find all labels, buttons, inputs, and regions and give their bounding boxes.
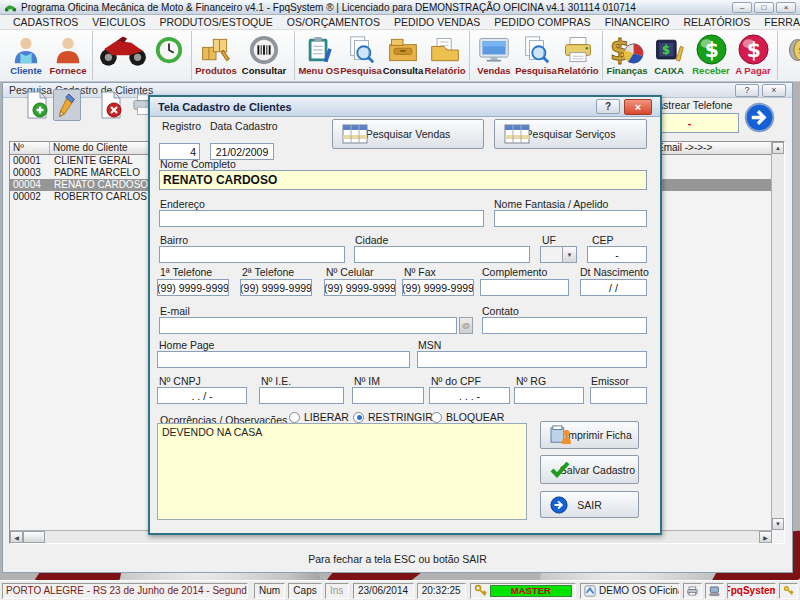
status-network-segment[interactable] xyxy=(705,583,724,599)
fax-field[interactable]: (99) 9999-9999 xyxy=(402,279,474,296)
close-button[interactable]: × xyxy=(776,2,796,13)
close-window-button[interactable]: × xyxy=(762,84,786,97)
scrollbar-thumb[interactable] xyxy=(23,531,45,543)
tel2-field[interactable]: (99) 9999-9999 xyxy=(240,279,312,296)
add-client-button[interactable] xyxy=(23,89,51,121)
menu-financeiro[interactable]: FINANCEIRO xyxy=(598,16,677,28)
uf-dropdown[interactable]: ▼ xyxy=(540,246,577,263)
toolbar-agenda-button[interactable] xyxy=(150,31,188,66)
add-record-icon xyxy=(25,91,49,119)
radio-circle-icon[interactable] xyxy=(431,412,442,423)
menu-pedido-compras[interactable]: PEDIDO COMPRAS xyxy=(487,16,597,28)
toolbar-menu-os-button[interactable]: Menu OS xyxy=(298,31,340,76)
radio-liberar[interactable]: LIBERAR xyxy=(289,411,349,423)
cidade-field[interactable] xyxy=(354,246,530,263)
cep-field[interactable]: - xyxy=(587,246,647,263)
im-field[interactable] xyxy=(352,387,424,404)
rg-field[interactable] xyxy=(514,387,584,404)
radio-circle-icon[interactable] xyxy=(289,412,300,423)
pesquisar-vendas-button[interactable]: Pesquisar Vendas xyxy=(332,119,484,149)
toolbar-caixa-button[interactable]: $ CAIXA xyxy=(648,31,690,76)
barcode-icon xyxy=(249,33,279,66)
sair-button[interactable]: SAIR xyxy=(540,491,639,518)
toolbar-consulta-button[interactable]: Consulta xyxy=(382,31,424,76)
observacoes-textarea[interactable]: DEVENDO NA CASA xyxy=(157,423,527,520)
bairro-field[interactable] xyxy=(159,246,345,263)
imprimir-ficha-button[interactable]: Imprimir Ficha xyxy=(540,421,639,449)
menu-produtos-estoque[interactable]: PRODUTOS/ESTOQUE xyxy=(152,16,279,28)
radio-bloquear[interactable]: BLOQUEAR xyxy=(431,411,504,423)
menu-pedido-vendas[interactable]: PEDIDO VENDAS xyxy=(387,16,487,28)
emissor-field[interactable] xyxy=(590,387,647,404)
toolbar-cliente-button[interactable]: Cliente xyxy=(5,31,47,76)
toolbar-vendas-button[interactable]: Vendas xyxy=(473,31,515,76)
radio-circle-selected-icon[interactable] xyxy=(353,412,364,423)
toolbar-relatorio-os-label: Relatório xyxy=(424,66,465,76)
celular-field[interactable]: (99) 9999-9999 xyxy=(324,279,396,296)
tel1-field[interactable]: (99) 9999-9999 xyxy=(157,279,229,296)
scroll-down-arrow[interactable]: ▼ xyxy=(772,518,784,530)
minimize-button[interactable]: – xyxy=(732,2,752,13)
contato-field[interactable] xyxy=(482,317,647,334)
client-name: PADRE MARCELO xyxy=(54,167,140,179)
endereco-field[interactable] xyxy=(159,210,484,227)
toolbar-receber-button[interactable]: $ Receber xyxy=(690,31,732,76)
toolbar-relatorio-vendas-button[interactable]: Relatório xyxy=(557,31,599,76)
column-header-num[interactable]: Nº xyxy=(10,142,50,155)
toolbar-fornece-button[interactable]: Fornece xyxy=(47,31,89,76)
toolbar-moto-button[interactable] xyxy=(96,31,150,66)
cnpj-field[interactable]: . . / - xyxy=(157,387,247,404)
menu-cadastros[interactable]: CADASTROS xyxy=(6,16,85,28)
fantasia-field[interactable] xyxy=(494,210,647,227)
salvar-cadastro-button[interactable]: Salvar Cadastro xyxy=(540,455,639,484)
pesquisar-servicos-button[interactable]: Pesquisar Serviços xyxy=(494,119,647,149)
scroll-right-arrow[interactable]: ▶ xyxy=(759,531,772,543)
dialog-titlebar[interactable]: Tela Cadastro de Clientes ? × xyxy=(150,97,660,117)
vertical-scrollbar[interactable]: ▲ ▼ xyxy=(771,142,784,530)
status-insert: Ins xyxy=(325,583,349,599)
app-titlebar: Programa Oficina Mecânica de Moto & Fina… xyxy=(0,0,800,15)
app-title: Programa Oficina Mecânica de Moto & Fina… xyxy=(21,2,636,13)
contato-label: Contato xyxy=(482,305,519,317)
toolbar-pesquisa-os-button[interactable]: Pesquisa xyxy=(340,31,382,76)
toolbar-relatorio-os-button[interactable]: Relatório xyxy=(424,31,466,76)
radio-restringir[interactable]: RESTRINGIR xyxy=(353,411,433,423)
complemento-field[interactable] xyxy=(480,279,569,296)
dropdown-arrow-icon[interactable]: ▼ xyxy=(562,247,576,262)
toolbar-consultar-button[interactable]: Consultar xyxy=(237,31,291,76)
toolbar-produtos-button[interactable]: Produtos xyxy=(195,31,237,76)
toolbar-moeda-button[interactable]: $ xyxy=(781,31,800,66)
nome-completo-field[interactable]: RENATO CARDOSO xyxy=(159,170,647,190)
scroll-left-arrow[interactable]: ◀ xyxy=(10,531,23,543)
pesquisar-servicos-label: Pesquisar Serviços xyxy=(526,128,616,140)
msn-field[interactable] xyxy=(417,351,647,368)
restore-button[interactable]: □ xyxy=(754,2,774,13)
rastrear-go-button[interactable] xyxy=(744,102,775,135)
toolbar-a-pagar-button[interactable]: $ A Pagar xyxy=(732,31,774,76)
dialog-close-button[interactable]: × xyxy=(624,99,652,115)
scroll-up-arrow[interactable]: ▲ xyxy=(772,142,784,154)
dt-nascimento-field[interactable]: / / xyxy=(580,279,647,296)
edit-client-button[interactable] xyxy=(53,89,81,121)
email-send-button[interactable]: @ xyxy=(459,317,473,334)
dialog-title: Tela Cadastro de Clientes xyxy=(158,101,292,113)
menu-veiculos[interactable]: VEICULOS xyxy=(85,16,152,28)
ie-field[interactable] xyxy=(259,387,344,404)
green-check-icon xyxy=(550,462,570,478)
toolbar-financas-button[interactable]: $ Finanças xyxy=(606,31,648,76)
menu-relatorios[interactable]: RELATÓRIOS xyxy=(676,16,757,28)
email-field[interactable] xyxy=(159,317,457,334)
status-printer-segment[interactable] xyxy=(683,583,702,599)
help-button[interactable]: ? xyxy=(735,84,759,97)
clipboard-icon xyxy=(304,33,334,66)
status-key-segment[interactable] xyxy=(779,583,798,599)
delete-client-button[interactable] xyxy=(97,89,125,121)
toolbar-pesquisa-vendas-button[interactable]: Pesquisa xyxy=(515,31,557,76)
homepage-field[interactable] xyxy=(157,351,410,368)
dialog-help-button[interactable]: ? xyxy=(596,99,620,114)
cpf-field[interactable]: . . . - xyxy=(429,387,510,404)
menu-ferramentas[interactable]: FERRAMENTAS xyxy=(757,16,800,28)
drawer-icon xyxy=(387,33,419,66)
menu-os-orcamentos[interactable]: OS/ORÇAMENTOS xyxy=(280,16,387,28)
column-header-email[interactable]: Email ->->-> xyxy=(654,142,773,155)
